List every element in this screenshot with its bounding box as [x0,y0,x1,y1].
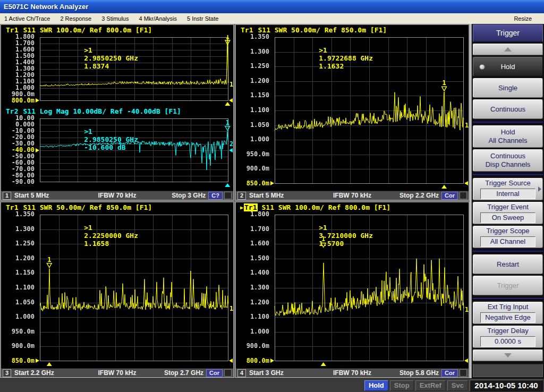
y-axis-tick-label: 1.100 [236,313,269,320]
y-axis-tick-label: 1.000 [236,328,269,335]
menu-instr-state[interactable]: 5 Instr State [186,15,219,22]
single-button[interactable]: Single [473,78,543,98]
plot-area-ch1-tr2: >1 2.9850250 GHz -10.600 dB 10.000.000-1… [1,116,233,188]
status-box [224,369,232,377]
trigger-source-button[interactable]: Trigger Source Internal [473,178,543,200]
menu-stimulus[interactable]: 3 Stimulus [100,15,130,22]
sweep-start: Start 3 GHz [249,369,284,377]
marker-frequency: 1.9722688 GHz [319,54,373,62]
marker-value: -10.600 dB [84,143,125,151]
marker-frequency: 3.7210000 GHz [319,232,373,240]
cal-status-badge: C? [208,192,223,200]
y-axis-tick-label: 1.600 [236,240,269,247]
menu-bar: 1 Active Ch/Trace 2 Response 3 Stimulus … [0,13,544,24]
instrument-status-bar: Hold Stop ExtRef Svc 2014-10-05 10:40 [0,378,544,392]
triangle-down-icon [504,353,512,357]
y-axis-tick-label: 900.0m [236,165,269,172]
button-label: Hold [501,128,515,137]
y-axis-tick-label: 1.300 [236,48,269,55]
ifbw-value: IFBW 70 kHz [333,192,371,199]
menu-active-ch-trace[interactable]: 1 Active Ch/Trace [3,15,51,22]
button-label: Trigger Delay [487,327,529,335]
menu-response[interactable]: 2 Response [59,15,92,22]
trigger-event-button[interactable]: Trigger Event On Sweep [473,202,543,224]
trace-title-ch1-tr1: Tr1 S11 SWR 100.0m/ Ref 800.0m [F1] [1,25,233,35]
trace-format-info: S11 Log Mag 10.00dB/ Ref -40.00dB [F1] [23,107,181,115]
marker-value: 1.1658 [84,240,109,248]
channel-windows-area: Tr1 S11 SWR 100.0m/ Ref 800.0m [F1] >1 2… [0,24,470,378]
status-box [460,369,467,377]
marker-readout-ch2-tr1: >1 1.9722688 GHz 1.1632 [277,38,380,78]
softkey-separator [473,174,543,176]
trigger-scope-button[interactable]: Trigger Scope All Channel [473,226,543,248]
status-box [460,192,467,199]
channel-2-window: Tr1 S11 SWR 50.00m/ Ref 850.0m [F1] >1 1… [235,24,470,201]
hold-all-channels-button[interactable]: Hold All Channels [473,125,543,148]
y-axis-tick-label: 1.300 [236,284,269,291]
menu-resize[interactable]: Resize [513,15,533,22]
hold-button[interactable]: Hold [473,57,543,76]
continuous-button[interactable]: Continuous [473,99,543,119]
y-axis-tick-label: 1.200 [236,78,269,84]
button-label: Hold [501,63,515,71]
marker-id: >1 [84,46,92,54]
sweep-stop: Stop 2.2 GHz [400,192,439,199]
plot-area-ch2-tr1: >1 1.9722688 GHz 1.1632 1.3501.3001.2501… [236,35,469,189]
trace-title-ch3-tr1: Tr1 S11 SWR 50.00m/ Ref 850.0m [F1] [1,202,233,212]
channel-number: 2 [237,192,246,200]
scroll-up-button[interactable] [473,44,543,55]
softkey-separator [473,250,543,252]
button-label: Restart [497,260,519,269]
y-axis-tick-label: 1.700 [236,226,269,233]
button-label: Continuous [490,105,525,114]
button-value: On Sweep [480,212,536,223]
marker-readout-ch3-tr1: >1 2.2250000 GHz 1.1658 [42,216,146,255]
softkey-menu-title: Trigger [473,24,543,42]
continuous-disp-channels-button[interactable]: Continuous Disp Channels [473,149,543,172]
marker-value: 1.5700 [319,240,344,248]
sweep-start: Start 5 MHz [14,192,49,199]
marker-value: 1.8374 [84,62,109,70]
y-axis-tick-label: 1.300 [1,226,35,233]
trigger-button[interactable]: Trigger [473,276,543,295]
channel-1-window: Tr1 S11 SWR 100.0m/ Ref 800.0m [F1] >1 2… [0,24,234,201]
instrument-screen: E5071C Network Analyzer 1 Active Ch/Trac… [0,0,544,392]
svc-badge: Svc [447,380,468,391]
y-axis-tick-label: 850.0m [1,357,35,364]
trigger-delay-button[interactable]: Trigger Delay 0.0000 s [473,326,543,348]
ifbw-value: IFBW 70 kHz [333,369,371,377]
marker-frequency: 2.9850250 GHz [84,54,138,62]
channel-1-status-bar: 1 Start 5 MHz IFBW 70 kHz Stop 3 GHz C? [1,191,233,200]
sweep-start: Start 5 MHz [249,192,284,199]
marker-frequency: 2.2250000 GHz [84,232,138,240]
restart-button[interactable]: Restart [473,254,543,274]
button-label: Disp Channels [486,160,531,169]
y-axis-tick-label: 900.0m [1,343,35,350]
triangle-up-icon [504,47,512,52]
y-axis-tick-label: 1.150 [236,92,269,99]
y-axis-tick-label: 1.100 [1,284,35,291]
y-axis-tick-label: 1.800 [236,211,269,218]
extref-badge: ExtRef [415,380,446,391]
channel-4-window: ▶ Tr1 S11 SWR 100.0m/ Ref 800.0m [F1] >1… [235,201,470,378]
channel-3-window: Tr1 S11 SWR 50.00m/ Ref 850.0m [F1] >1 2… [0,201,234,378]
y-axis-tick-label: 1.000 [236,136,269,143]
channel-3-status-bar: 3 Start 2.2 GHz IFBW 70 kHz Stop 2.7 GHz… [1,368,233,377]
marker-id: >1 [84,224,92,232]
marker-readout-ch4-tr1: >1 3.7210000 GHz 1.5700 [277,216,380,255]
datetime-display: 2014-10-05 10:40 [470,380,543,391]
marker-id: >1 [319,224,327,232]
menu-mkr-analysis[interactable]: 4 Mkr/Analysis [138,15,178,22]
button-value: 0.0000 s [480,336,536,347]
button-label: Continuous [490,152,525,160]
ifbw-value: IFBW 70 kHz [98,192,136,199]
channel-number: 3 [3,369,11,377]
sweep-state-badge: Hold [364,380,388,391]
ext-trig-input-button[interactable]: Ext Trig Input Negative Edge [473,302,543,324]
y-axis-tick-label: 1.050 [236,122,269,129]
marker-readout-ch1-tr1: >1 2.9850250 GHz 1.8374 [42,38,146,78]
y-axis-tick-label: 1.200 [1,255,35,262]
cal-status-badge: Cor [441,192,458,200]
trace-format-info: S11 SWR 50.00m/ Ref 850.0m [F1] [258,26,387,34]
scroll-down-button[interactable] [473,350,543,361]
